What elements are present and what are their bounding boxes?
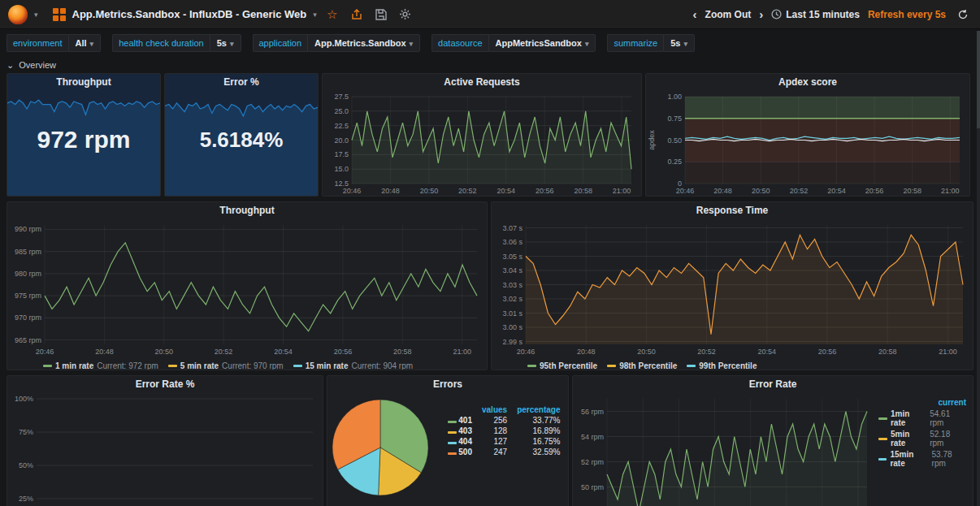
pie-legend-row[interactable]: 50024732.59% [443, 447, 566, 457]
svg-text:970 rpm: 970 rpm [15, 314, 41, 322]
errors-pie-chart[interactable]: valuespercentage 40125633.77% 40312816.8… [327, 393, 568, 506]
legend-item[interactable]: 95th Percentile [527, 361, 597, 370]
svg-text:20:56: 20:56 [865, 187, 884, 195]
legend-item[interactable]: 15min rate53.78 rpm [878, 450, 966, 468]
refresh-icon[interactable] [954, 6, 972, 24]
svg-text:3.01 s: 3.01 s [502, 309, 523, 318]
svg-text:965 rpm: 965 rpm [15, 336, 41, 344]
pie-legend-row[interactable]: 40125633.77% [443, 415, 566, 426]
svg-text:20:50: 20:50 [752, 187, 770, 195]
svg-text:50%: 50% [19, 461, 33, 469]
pie-svg[interactable] [331, 398, 430, 497]
chevron-down-icon: ⌄ [7, 60, 14, 71]
chevron-down-icon: ▾ [410, 40, 414, 48]
chevron-down-icon: ▾ [90, 40, 94, 48]
settings-gear-icon[interactable] [397, 6, 414, 24]
chevron-down-icon: ▾ [585, 40, 589, 48]
top-navbar: ▾ App.Metrics.Sandbox - InfluxDB - Gener… [0, 0, 980, 29]
panel-title[interactable]: Error Rate [573, 376, 973, 393]
svg-text:20:50: 20:50 [420, 187, 439, 195]
zoom-out-button[interactable]: Zoom Out [705, 9, 752, 20]
chevron-left-icon[interactable]: ‹ [693, 8, 697, 20]
panel-throughput-singlestat: Throughput 972 rpm [7, 73, 161, 197]
svg-text:975 rpm: 975 rpm [15, 292, 41, 300]
svg-text:21:00: 21:00 [613, 187, 631, 195]
panel-title[interactable]: Throughput [7, 74, 160, 91]
svg-text:20:52: 20:52 [215, 348, 233, 356]
variable-value-dropdown[interactable]: 5s▾ [663, 34, 695, 52]
legend-item[interactable]: 5 min rate Current: 970 rpm [168, 361, 284, 370]
row-collapse-overview[interactable]: ⌄ Overview [0, 57, 980, 73]
variable-environment[interactable]: environment All▾ [7, 34, 101, 52]
error-rate-percent-chart[interactable]: 100%75%50%25% [7, 393, 323, 506]
variable-value-dropdown[interactable]: App.Metrics.Sandbox▾ [307, 34, 420, 52]
legend-item[interactable]: 98th Percentile [607, 361, 677, 370]
svg-text:20:48: 20:48 [381, 187, 400, 195]
legend-item[interactable]: 99th Percentile [687, 361, 757, 370]
panel-title[interactable]: Throughput [7, 202, 487, 219]
legend-item[interactable]: 5min rate52.18 rpm [878, 430, 966, 448]
variable-value-dropdown[interactable]: AppMetricsSandbox▾ [488, 34, 596, 52]
error-rate-chart[interactable]: 56 rpm54 rpm52 rpm50 rpm48 rpm20:4620:48… [573, 393, 877, 506]
chevron-down-icon[interactable]: ▾ [34, 11, 38, 19]
variable-label: application [253, 34, 308, 52]
legend-item[interactable]: 1min rate54.61 rpm [878, 409, 966, 427]
apdex-score-chart[interactable]: 1.000.750.500.25020:4620:4820:5020:5220:… [646, 91, 969, 196]
svg-text:20:56: 20:56 [818, 348, 837, 356]
svg-text:20:56: 20:56 [334, 348, 353, 356]
svg-text:22.5: 22.5 [334, 122, 349, 130]
legend-item[interactable]: 15 min rate Current: 904 rpm [293, 361, 413, 370]
panel-title[interactable]: Error % [165, 74, 318, 91]
pie-legend-row[interactable]: 40412716.75% [443, 436, 566, 447]
save-icon[interactable] [372, 6, 390, 24]
star-icon[interactable]: ☆ [323, 6, 341, 24]
chevron-right-icon[interactable]: › [759, 8, 763, 20]
throughput-chart[interactable]: 990 rpm985 rpm980 rpm975 rpm970 rpm965 r… [7, 219, 487, 370]
legend-item[interactable]: 1 min rate Current: 972 rpm [43, 361, 158, 370]
dashboard-title[interactable]: App.Metrics.Sandbox - InfluxDB - Generic… [72, 8, 307, 20]
refresh-interval-button[interactable]: Refresh every 5s [868, 9, 946, 20]
panel-active-requests: Active Requests 27.525.022.520.017.515.0… [322, 73, 642, 197]
chart-svg: 100%75%50%25% [7, 393, 323, 506]
grafana-logo[interactable] [8, 5, 28, 24]
time-range-picker[interactable]: Last 15 minutes [771, 9, 860, 20]
pie-legend-row[interactable]: 40312816.89% [443, 426, 566, 436]
singlestat-value: 972 rpm [7, 126, 160, 154]
scrollbar-thumb[interactable] [977, 31, 980, 128]
share-icon[interactable] [348, 6, 366, 24]
variable-health-check-duration[interactable]: health check duration 5s▾ [112, 34, 241, 52]
chart-svg: 56 rpm54 rpm52 rpm50 rpm48 rpm20:4620:48… [573, 393, 877, 506]
singlestat-value: 5.6184% [165, 128, 318, 153]
scrollbar[interactable] [977, 31, 980, 506]
svg-text:21:00: 21:00 [941, 187, 960, 195]
svg-text:21:00: 21:00 [453, 348, 471, 356]
svg-text:54 rpm: 54 rpm [581, 433, 604, 441]
panel-title[interactable]: Response Time [492, 202, 973, 219]
dashboard-grid-icon [53, 8, 66, 21]
panel-title[interactable]: Apdex score [646, 74, 969, 91]
response-time-chart[interactable]: 3.07 s3.06 s3.05 s3.04 s3.03 s3.02 s3.01… [492, 219, 973, 370]
variable-datasource[interactable]: datasource AppMetricsSandbox▾ [431, 34, 596, 52]
svg-text:20:58: 20:58 [574, 187, 592, 195]
svg-text:50 rpm: 50 rpm [581, 483, 604, 491]
variable-value-dropdown[interactable]: 5s▾ [210, 34, 241, 52]
svg-text:0.75: 0.75 [667, 115, 682, 123]
panel-title[interactable]: Error Rate % [7, 376, 323, 393]
svg-text:25%: 25% [19, 495, 33, 503]
panel-row-2: Throughput 990 rpm985 rpm980 rpm975 rpm9… [0, 201, 980, 370]
pie-legend-table: valuespercentage 40125633.77% 40312816.8… [443, 404, 566, 457]
panel-title[interactable]: Active Requests [323, 74, 641, 91]
svg-text:985 rpm: 985 rpm [15, 248, 41, 256]
variable-application[interactable]: application App.Metrics.Sandbox▾ [253, 34, 421, 52]
svg-text:56 rpm: 56 rpm [581, 408, 604, 416]
panel-apdex-score: Apdex score 1.000.750.500.25020:4620:482… [645, 73, 970, 197]
panel-title[interactable]: Errors [327, 376, 568, 393]
variable-value-dropdown[interactable]: All▾ [68, 34, 102, 52]
chevron-down-icon[interactable]: ▾ [313, 11, 317, 19]
active-requests-chart[interactable]: 27.525.022.520.017.515.012.520:4620:4820… [323, 91, 641, 196]
svg-text:20:52: 20:52 [697, 348, 716, 356]
svg-text:20:48: 20:48 [95, 348, 114, 356]
svg-text:20:46: 20:46 [343, 187, 362, 195]
svg-text:75%: 75% [19, 428, 33, 436]
variable-summarize[interactable]: summarize 5s▾ [607, 34, 695, 52]
